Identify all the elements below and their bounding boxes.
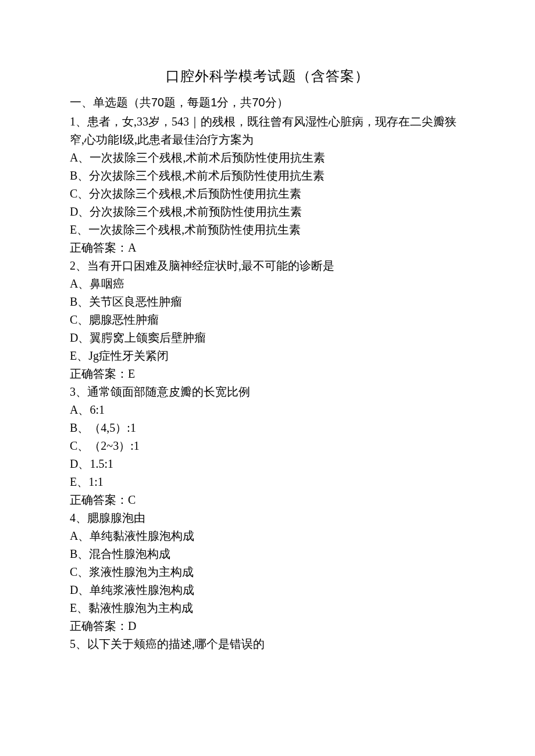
option-text: 分次拔除三个残根,术前预防性使用抗生素	[90, 205, 302, 218]
option-c: C、分次拔除三个残根,术后预防性使用抗生素	[70, 185, 465, 203]
option-text: 混合性腺泡构成	[89, 547, 170, 560]
question-stem: 1、患者，女,33岁，543｜的残根，既往曾有风湿性心脏病，现存在二尖瓣狭窄,心…	[70, 113, 465, 149]
option-text: 一次拔除三个残根,术前预防性使用抗生素	[88, 223, 301, 236]
question-number: 3	[70, 385, 76, 398]
option-a: A、鼻咽癌	[70, 275, 465, 293]
section-mid1: 题，每题	[164, 96, 211, 109]
option-text: 单纯黏液性腺泡构成	[90, 529, 194, 542]
option-d: D、1.5:1	[70, 455, 465, 473]
answer-line: 正确答案：A	[70, 239, 465, 257]
question-stem: 2、当有开口困难及脑神经症状时,最不可能的诊断是	[70, 257, 465, 275]
answer-line: 正确答案：C	[70, 491, 465, 509]
option-a: A、一次拔除三个残根,术前术后预防性使用抗生素	[70, 149, 465, 167]
option-text: 单纯浆液性腺泡构成	[90, 583, 194, 596]
option-text: （4,5）:1	[89, 421, 136, 434]
option-text: 分次拔除三个残根,术后预防性使用抗生素	[89, 187, 301, 200]
option-d: D、分次拔除三个残根,术前预防性使用抗生素	[70, 203, 465, 221]
option-text: 腮腺恶性肿瘤	[89, 313, 159, 326]
question-text: 患者，女,33岁，543｜的残根，既往曾有风湿性心脏病，现存在二尖瓣狭窄,心功能…	[70, 115, 456, 146]
option-text: Jg症性牙关紧闭	[88, 349, 169, 362]
option-c: C、浆液性腺泡为主构成	[70, 563, 465, 581]
option-b: B、（4,5）:1	[70, 419, 465, 437]
answer-value: A	[128, 241, 136, 254]
section-suffix: 分）	[265, 96, 288, 109]
question-stem: 3、通常颌面部随意皮瓣的长宽比例	[70, 383, 465, 401]
question-number: 2	[70, 259, 76, 272]
section-header: 一、单选题（共70题，每题1分，共70分）	[70, 94, 465, 112]
answer-value: C	[128, 493, 135, 506]
section-per: 1	[211, 96, 217, 109]
answer-label: 正确答案：	[70, 241, 128, 254]
question-number: 5	[70, 637, 76, 650]
question-number: 4	[70, 511, 76, 524]
question-text: 当有开口困难及脑神经症状时,最不可能的诊断是	[87, 259, 334, 272]
option-text: （2~3）:1	[89, 439, 139, 452]
answer-line: 正确答案：D	[70, 617, 465, 635]
option-a: A、6:1	[70, 401, 465, 419]
option-c: C、（2~3）:1	[70, 437, 465, 455]
answer-label: 正确答案：	[70, 367, 128, 380]
answer-label: 正确答案：	[70, 493, 128, 506]
option-e: E、黏液性腺泡为主构成	[70, 599, 465, 617]
option-text: 黏液性腺泡为主构成	[88, 601, 193, 614]
option-text: 翼腭窝上颌窦后壁肿瘤	[90, 331, 206, 344]
answer-label: 正确答案：	[70, 619, 128, 632]
question-text: 腮腺腺泡由	[87, 511, 145, 524]
option-b: B、关节区良恶性肿瘤	[70, 293, 465, 311]
option-d: D、翼腭窝上颌窦后壁肿瘤	[70, 329, 465, 347]
option-e: E、一次拔除三个残根,术前预防性使用抗生素	[70, 221, 465, 239]
question-text: 通常颌面部随意皮瓣的长宽比例	[87, 385, 250, 398]
answer-value: E	[128, 367, 135, 380]
answer-line: 正确答案：E	[70, 365, 465, 383]
option-e: E、1:1	[70, 473, 465, 491]
option-b: B、混合性腺泡构成	[70, 545, 465, 563]
question-stem: 4、腮腺腺泡由	[70, 509, 465, 527]
document-title: 口腔外科学模考试题（含答案）	[70, 67, 465, 85]
section-total: 70	[252, 96, 265, 109]
option-text: 浆液性腺泡为主构成	[89, 565, 194, 578]
option-e: E、Jg症性牙关紧闭	[70, 347, 465, 365]
option-b: B、分次拔除三个残根,术前术后预防性使用抗生素	[70, 167, 465, 185]
question-number: 1	[70, 115, 76, 128]
section-mid2: 分，共	[217, 96, 252, 109]
option-text: 关节区良恶性肿瘤	[89, 295, 182, 308]
option-c: C、腮腺恶性肿瘤	[70, 311, 465, 329]
option-text: 1.5:1	[90, 457, 113, 470]
question-stem: 5、以下关于颊癌的描述,哪个是错误的	[70, 635, 465, 653]
option-a: A、单纯黏液性腺泡构成	[70, 527, 465, 545]
question-text: 以下关于颊癌的描述,哪个是错误的	[87, 637, 265, 650]
section-count: 70	[151, 96, 164, 109]
option-text: 一次拔除三个残根,术前术后预防性使用抗生素	[90, 151, 325, 164]
option-text: 分次拔除三个残根,术前术后预防性使用抗生素	[89, 169, 324, 182]
answer-value: D	[128, 619, 136, 632]
option-d: D、单纯浆液性腺泡构成	[70, 581, 465, 599]
option-text: 1:1	[88, 475, 104, 488]
option-text: 鼻咽癌	[90, 277, 124, 290]
document-page: 口腔外科学模考试题（含答案） 一、单选题（共70题，每题1分，共70分） 1、患…	[0, 0, 535, 653]
section-prefix: 一、单选题（共	[70, 96, 151, 109]
option-text: 6:1	[90, 403, 105, 416]
